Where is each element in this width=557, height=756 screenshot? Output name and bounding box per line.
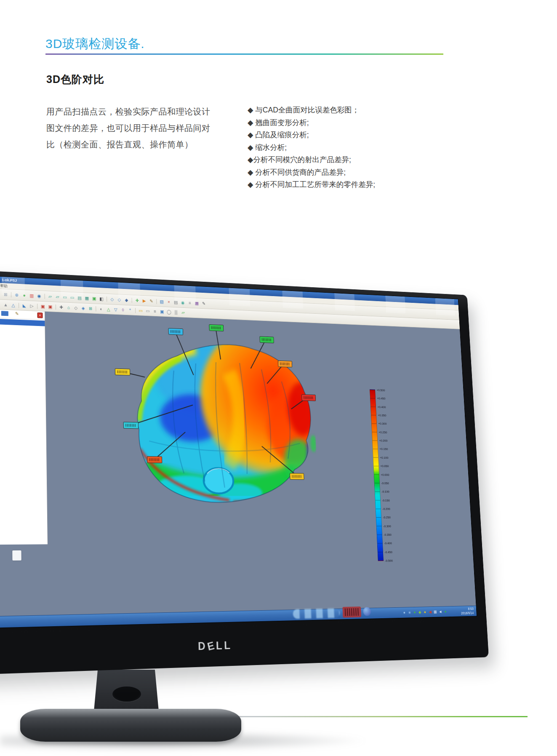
toolbar-button[interactable]: ⊞ bbox=[87, 305, 94, 312]
toolbar-button[interactable]: ✚ bbox=[58, 304, 64, 310]
toolbar-button[interactable]: * bbox=[127, 307, 133, 313]
intro-line: 用产品扫描点云，检验实际产品和理论设计 bbox=[46, 104, 211, 120]
colorbar-label: +0.350 bbox=[378, 414, 395, 417]
toolbar-button[interactable]: ▤ bbox=[76, 294, 83, 301]
toolbar-button[interactable]: ◆ bbox=[123, 297, 130, 303]
taskbar-clock[interactable]: 8:53 2018/6/14 bbox=[461, 607, 474, 616]
toolbar-button[interactable]: ⌂ bbox=[65, 304, 72, 311]
toolbar-button[interactable]: ≡ bbox=[187, 299, 193, 306]
toolbar-button[interactable]: ◇ bbox=[109, 296, 116, 303]
toolbar-button[interactable]: ▭ bbox=[144, 308, 151, 314]
toolbar-button[interactable]: ▱ bbox=[54, 294, 61, 300]
tree-item[interactable]: h=Pointcloud:'0) bbox=[0, 438, 46, 445]
feature-item: ◆ 分析不同供货商的产品差异; bbox=[248, 166, 375, 179]
toolbar-button[interactable]: ◉ bbox=[36, 293, 43, 299]
toolbar-button[interactable]: ▱ bbox=[180, 309, 186, 315]
colorbar-label: +0.450 bbox=[377, 397, 394, 401]
deviation-colorbar: +0.500+0.450+0.400+0.350+0.300+0.250+0.2… bbox=[370, 389, 405, 562]
toolbar-button[interactable]: ▥ bbox=[28, 292, 35, 299]
toolbar-button[interactable]: ▣ bbox=[40, 303, 46, 310]
intro-line: 图文件的差异，也可以用于样品与样品间对 bbox=[46, 120, 211, 136]
deviation-callout-label bbox=[115, 369, 131, 376]
toolbar-button[interactable]: ▲ bbox=[2, 302, 9, 308]
toolbar-separator bbox=[37, 304, 37, 309]
dell-logo: DELL bbox=[198, 639, 232, 653]
toolbar-button[interactable]: ◇ bbox=[116, 297, 123, 303]
header-gradient-rule bbox=[45, 53, 443, 55]
toolbar-button[interactable]: ◐ bbox=[98, 306, 105, 313]
deviation-callout-label bbox=[278, 361, 292, 367]
tree-item[interactable]: LayerName=A,P bbox=[0, 496, 47, 502]
feature-item: ◆ 与CAD全曲面对比误差色彩图； bbox=[248, 104, 375, 117]
colorbar-label: +0.200 bbox=[379, 439, 396, 443]
feature-item: ◆ 翘曲面变形分析; bbox=[248, 117, 375, 129]
toolbar-button[interactable]: ◧ bbox=[98, 296, 105, 302]
tree-item[interactable]: th=Pointcloud:'# bbox=[0, 455, 46, 462]
tree-item[interactable]: are2D,Ref=1-Z bbox=[0, 478, 47, 485]
heatmap-model bbox=[116, 322, 319, 512]
colorbar-label: +0.150 bbox=[379, 447, 397, 451]
toolbar-button[interactable]: ▽ bbox=[112, 306, 119, 313]
toolbar-button[interactable]: ▣ bbox=[159, 308, 165, 315]
deviation-callout-label bbox=[290, 473, 304, 480]
feature-item: ◆分析不同模穴的射出产品差异; bbox=[248, 154, 375, 166]
intro-paragraph: 用产品扫描点云，检验实际产品和理论设计图文件的差异，也可以用于样品与样品间对比（… bbox=[46, 104, 211, 153]
menu-item-help[interactable]: 帮助 bbox=[0, 283, 10, 289]
toolbar-button[interactable]: ⊞ bbox=[2, 291, 9, 298]
toolbar-button[interactable]: ▱ bbox=[47, 293, 53, 300]
toolbar-button[interactable]: ▦ bbox=[194, 300, 200, 306]
tree-item[interactable]: ts,8.999477;-0.0 bbox=[0, 467, 47, 473]
toolbar-button[interactable]: ▣ bbox=[47, 303, 53, 310]
toolbar-separator bbox=[56, 305, 56, 310]
toolbar-button[interactable]: ✎ bbox=[200, 300, 207, 307]
toolbar-button[interactable]: ▷ bbox=[29, 302, 35, 309]
toolbar-button[interactable]: ▤ bbox=[173, 299, 179, 305]
clock-date: 2018/6/14 bbox=[461, 611, 474, 616]
toolbar-button[interactable]: ▒ bbox=[173, 309, 179, 315]
toolbar-button[interactable]: ◈ bbox=[80, 305, 87, 312]
toolbar-button[interactable]: × bbox=[165, 299, 172, 305]
colorbar-label: -0.350 bbox=[384, 533, 401, 536]
toolbar-button[interactable]: ● bbox=[21, 292, 28, 299]
tree-item[interactable]: ToPointcloud,Ref bbox=[0, 473, 47, 479]
tree-item[interactable]: th=Pointcloud:'\ bbox=[0, 461, 47, 467]
toolbar-button[interactable]: ▭ bbox=[137, 307, 144, 314]
tree-item[interactable]: h=Pointcloud:(1) bbox=[0, 443, 46, 450]
colorbar-label: -0.200 bbox=[382, 507, 400, 510]
toolbar-button[interactable]: ▣ bbox=[91, 295, 98, 302]
watermark bbox=[293, 606, 375, 620]
tree-item[interactable]: h=Pointcloud:(2) bbox=[0, 449, 46, 456]
tree-list: ath=Elem ent:)ath=Report:)ath=Compare3Da… bbox=[0, 316, 47, 502]
close-icon[interactable]: × bbox=[37, 313, 43, 318]
tree-item[interactable]: th=Report:\repo bbox=[0, 490, 47, 497]
toolbar-button[interactable]: ◯ bbox=[166, 309, 172, 315]
toolbar-button[interactable]: ◣ bbox=[21, 302, 28, 309]
toolbar-button[interactable]: △ bbox=[10, 302, 16, 308]
colorbar-label: +0.250 bbox=[378, 430, 396, 434]
toolbar-button[interactable]: ✚ bbox=[134, 297, 141, 303]
toolbar-separator bbox=[96, 306, 96, 311]
toolbar-button[interactable]: ▦ bbox=[84, 295, 91, 302]
toolbar-button[interactable]: ≡ bbox=[152, 308, 158, 314]
colorbar-label: +0.000 bbox=[381, 473, 398, 476]
toolbar-button[interactable]: ◉ bbox=[180, 299, 186, 306]
toolbar-button[interactable]: ▭ bbox=[69, 294, 76, 301]
colorbar-label: -0.250 bbox=[383, 516, 400, 519]
toolbar-button[interactable]: ⊕ bbox=[13, 291, 20, 298]
toolbar-separator bbox=[11, 292, 11, 297]
toolbar-separator bbox=[107, 297, 107, 302]
deviation-callout-label bbox=[147, 456, 162, 463]
workspace: +0.500+0.450+0.400+0.350+0.300+0.250+0.2… bbox=[0, 307, 476, 617]
toolbar-button[interactable]: △ bbox=[105, 306, 112, 313]
tray-icon[interactable]: ● bbox=[442, 606, 448, 617]
toolbar-button[interactable]: ▶ bbox=[141, 297, 147, 304]
toolbar-button[interactable]: ▭ bbox=[61, 294, 68, 300]
toolbar-separator bbox=[131, 298, 132, 303]
toolbar-button[interactable]: ◇ bbox=[72, 305, 79, 311]
toolbar-button[interactable]: ✎ bbox=[148, 298, 155, 304]
toolbar-button[interactable]: ◊ bbox=[120, 307, 126, 313]
cable-hole bbox=[112, 687, 141, 702]
toolbar-button[interactable]: ▧ bbox=[159, 298, 165, 305]
tree-item[interactable]: rreport_z,ViewM bbox=[0, 484, 47, 491]
deviation-callout-label bbox=[259, 336, 274, 343]
